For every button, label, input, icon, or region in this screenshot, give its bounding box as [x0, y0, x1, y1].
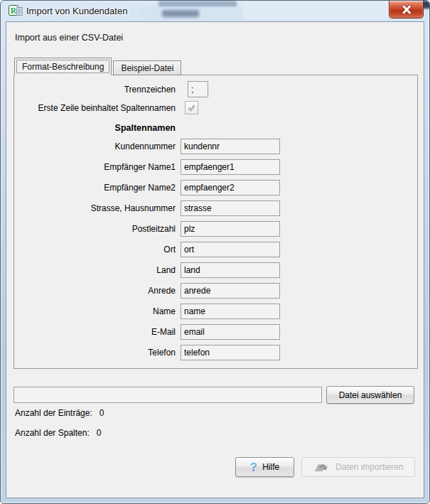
- tab-bar: Format-Beschreibung Beispiel-Datei: [14, 58, 181, 75]
- column-field-row: Kundennummer: [14, 139, 417, 154]
- close-button[interactable]: [389, 1, 424, 18]
- help-question-icon: ?: [250, 461, 257, 473]
- columns-header: Spaltennamen: [14, 123, 176, 133]
- separator-row: Trennzeichen: [14, 81, 417, 97]
- field-input[interactable]: [181, 221, 280, 237]
- field-label: Empfänger Name2: [14, 183, 176, 193]
- column-count-value: 0: [97, 428, 102, 438]
- column-field-row: Empfänger Name1: [14, 159, 417, 175]
- column-fields: KundennummerEmpfänger Name1Empfänger Nam…: [14, 139, 417, 360]
- column-count: Anzahl der Spalten:0: [15, 428, 101, 438]
- column-field-row: Empfänger Name2: [14, 180, 417, 195]
- format-description-panel: Trennzeichen Erste Zeile beinhaltet Spal…: [14, 75, 418, 369]
- field-input[interactable]: [181, 139, 280, 154]
- first-row-checkbox-row: Erste Zeile beinhaltet Spaltennamen: [14, 101, 417, 114]
- checkmark-icon: [187, 103, 196, 112]
- column-field-row: Telefon: [14, 345, 417, 360]
- field-label: Strasse, Hausnummer: [14, 203, 176, 213]
- field-input[interactable]: [181, 262, 280, 278]
- field-label: Kundennummer: [14, 141, 176, 151]
- choose-file-button[interactable]: Datei auswählen: [326, 386, 414, 404]
- field-label: Name: [14, 306, 176, 316]
- field-label: Land: [14, 265, 176, 275]
- dialog-body: Import aus einer CSV-Datei Format-Beschr…: [6, 21, 424, 498]
- glass-background-blur: [242, 2, 397, 18]
- intro-text: Import aus einer CSV-Datei: [15, 33, 123, 43]
- help-button-label: Hilfe: [262, 462, 279, 472]
- dialog-window: R Import von Kundendaten Import aus eine…: [0, 0, 430, 504]
- field-label: Ort: [14, 245, 176, 254]
- columns-header-row: Spaltennamen: [14, 122, 417, 133]
- column-field-row: Land: [14, 262, 417, 278]
- field-input[interactable]: [181, 159, 280, 175]
- column-field-row: Ort: [14, 242, 417, 257]
- tab-format-beschreibung[interactable]: Format-Beschreibung: [14, 58, 112, 75]
- entry-count-label: Anzahl der Einträge:: [15, 408, 92, 418]
- column-field-row: Name: [14, 304, 417, 319]
- field-label: Anrede: [14, 286, 176, 296]
- field-label: E-Mail: [14, 327, 176, 337]
- field-label: Telefon: [14, 348, 176, 358]
- column-field-row: Postleitzahl: [14, 221, 417, 237]
- entry-count-value: 0: [100, 408, 104, 418]
- field-input[interactable]: [181, 324, 280, 340]
- app-icon: R: [9, 4, 23, 18]
- import-icon: [313, 461, 330, 474]
- glass-background-blur: [158, 1, 237, 7]
- column-field-row: Anrede: [14, 283, 417, 299]
- import-data-button[interactable]: Daten importieren: [301, 457, 415, 477]
- titlebar: R Import von Kundendaten: [1, 1, 429, 21]
- svg-text:R: R: [11, 6, 17, 15]
- separator-input[interactable]: [188, 81, 208, 97]
- tab-beispiel-datei[interactable]: Beispiel-Datei: [113, 60, 181, 75]
- file-path-input[interactable]: [14, 387, 322, 403]
- field-input[interactable]: [181, 304, 280, 319]
- field-input[interactable]: [181, 200, 280, 216]
- first-row-checkbox[interactable]: [185, 101, 198, 114]
- choose-file-label: Datei auswählen: [339, 390, 402, 400]
- field-input[interactable]: [181, 242, 280, 257]
- column-field-row: Strasse, Hausnummer: [14, 200, 417, 216]
- window-title: Import von Kundendaten: [26, 6, 127, 16]
- import-button-label: Daten importieren: [335, 462, 403, 472]
- field-input[interactable]: [181, 345, 280, 360]
- glass-background-blur: [162, 10, 199, 17]
- field-input[interactable]: [181, 180, 280, 195]
- entry-count: Anzahl der Einträge:0: [15, 408, 104, 418]
- first-row-label: Erste Zeile beinhaltet Spaltennamen: [14, 103, 176, 113]
- column-field-row: E-Mail: [14, 324, 417, 340]
- field-input[interactable]: [181, 283, 280, 299]
- close-icon: [401, 5, 412, 14]
- separator-label: Trennzeichen: [14, 85, 176, 95]
- column-count-label: Anzahl der Spalten:: [15, 428, 90, 438]
- field-label: Postleitzahl: [14, 224, 176, 234]
- field-label: Empfänger Name1: [14, 162, 176, 172]
- help-button[interactable]: ? Hilfe: [235, 457, 294, 477]
